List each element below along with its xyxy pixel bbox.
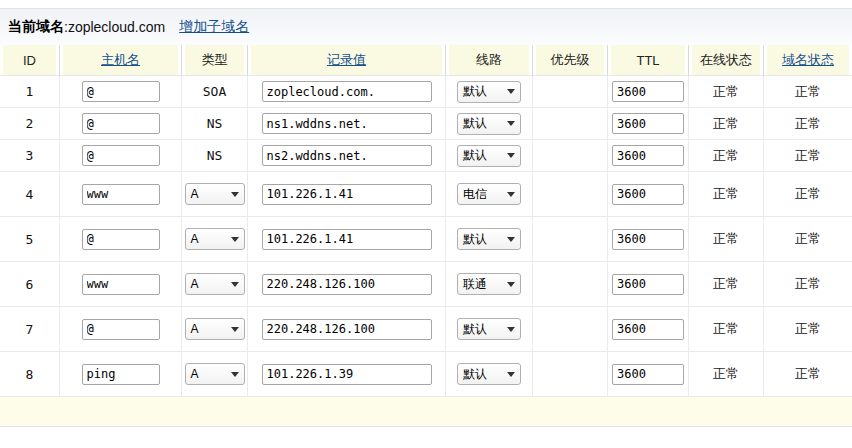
line-select-value: 电信 bbox=[463, 186, 487, 203]
table-row: 5 A 默认 正常 正常 bbox=[0, 217, 852, 262]
hostname-input[interactable] bbox=[82, 229, 160, 250]
priority-cell bbox=[533, 262, 608, 307]
current-domain-bar: 当前域名:zoplecloud.com 增加子域名 bbox=[0, 8, 852, 45]
domain-status: 正常 bbox=[764, 172, 852, 217]
type-select-value: A bbox=[191, 367, 199, 381]
domain-status: 正常 bbox=[764, 352, 852, 397]
type-select[interactable]: A bbox=[185, 183, 245, 205]
line-select[interactable]: 默认 bbox=[457, 145, 521, 167]
record-type: NS bbox=[182, 140, 248, 172]
hostname-input[interactable] bbox=[82, 145, 160, 166]
hostname-input[interactable] bbox=[82, 364, 160, 385]
line-select[interactable]: 默认 bbox=[457, 113, 521, 135]
domain-status: 正常 bbox=[764, 76, 852, 108]
chevron-down-icon bbox=[507, 153, 515, 158]
column-header-hostname[interactable]: 主机名 bbox=[101, 52, 140, 67]
chevron-down-icon bbox=[231, 372, 239, 377]
hostname-input[interactable] bbox=[82, 184, 160, 205]
ttl-input[interactable] bbox=[612, 81, 684, 102]
domain-status: 正常 bbox=[764, 262, 852, 307]
chevron-down-icon bbox=[231, 327, 239, 332]
chevron-down-icon bbox=[507, 282, 515, 287]
record-value-input[interactable] bbox=[262, 145, 432, 166]
online-status: 正常 bbox=[689, 307, 764, 352]
line-select-value: 默认 bbox=[463, 115, 487, 132]
hostname-input[interactable] bbox=[82, 319, 160, 340]
line-select-value: 联通 bbox=[463, 276, 487, 293]
record-value-input[interactable] bbox=[262, 81, 432, 102]
record-value-input[interactable] bbox=[262, 274, 432, 295]
record-id: 5 bbox=[0, 217, 60, 262]
record-value-input[interactable] bbox=[262, 319, 432, 340]
add-subdomain-link[interactable]: 增加子域名 bbox=[179, 18, 249, 36]
line-select[interactable]: 联通 bbox=[457, 273, 521, 295]
table-row: 8 A 默认 正常 正常 bbox=[0, 352, 852, 397]
table-footer-bar bbox=[0, 397, 852, 427]
domain-status: 正常 bbox=[764, 307, 852, 352]
priority-cell bbox=[533, 108, 608, 140]
hostname-input[interactable] bbox=[82, 113, 160, 134]
record-id: 1 bbox=[0, 76, 60, 108]
line-select[interactable]: 默认 bbox=[457, 228, 521, 250]
type-select-value: A bbox=[191, 277, 199, 291]
column-header-id: ID bbox=[0, 45, 60, 76]
online-status: 正常 bbox=[689, 108, 764, 140]
priority-cell bbox=[533, 307, 608, 352]
type-select[interactable]: A bbox=[185, 363, 245, 385]
hostname-input[interactable] bbox=[82, 81, 160, 102]
ttl-input[interactable] bbox=[612, 113, 684, 134]
ttl-input[interactable] bbox=[612, 184, 684, 205]
hostname-input[interactable] bbox=[82, 274, 160, 295]
domain-status: 正常 bbox=[764, 108, 852, 140]
record-id: 4 bbox=[0, 172, 60, 217]
ttl-input[interactable] bbox=[612, 364, 684, 385]
priority-cell bbox=[533, 76, 608, 108]
column-header-online-status: 在线状态 bbox=[689, 45, 764, 76]
record-value-input[interactable] bbox=[262, 229, 432, 250]
ttl-input[interactable] bbox=[612, 319, 684, 340]
column-header-priority: 优先级 bbox=[533, 45, 608, 76]
chevron-down-icon bbox=[231, 237, 239, 242]
table-header-row: ID 主机名 类型 记录值 线路 优先级 TTL 在线状态 域名状态 bbox=[0, 45, 852, 76]
dns-records-table: ID 主机名 类型 记录值 线路 优先级 TTL 在线状态 域名状态 1 SOA… bbox=[0, 45, 852, 397]
type-select[interactable]: A bbox=[185, 228, 245, 250]
ttl-input[interactable] bbox=[612, 145, 684, 166]
column-header-record-value[interactable]: 记录值 bbox=[327, 52, 366, 67]
type-select[interactable]: A bbox=[185, 273, 245, 295]
record-value-input[interactable] bbox=[262, 364, 432, 385]
column-header-domain-status[interactable]: 域名状态 bbox=[782, 52, 834, 67]
table-row: 1 SOA 默认 正常 正常 bbox=[0, 76, 852, 108]
line-select[interactable]: 默认 bbox=[457, 363, 521, 385]
type-select-value: A bbox=[191, 322, 199, 336]
record-id: 3 bbox=[0, 140, 60, 172]
chevron-down-icon bbox=[231, 192, 239, 197]
online-status: 正常 bbox=[689, 172, 764, 217]
line-select[interactable]: 默认 bbox=[457, 81, 521, 103]
chevron-down-icon bbox=[231, 282, 239, 287]
record-value-input[interactable] bbox=[262, 184, 432, 205]
domain-status: 正常 bbox=[764, 140, 852, 172]
line-select-value: 默认 bbox=[463, 147, 487, 164]
record-type: SOA bbox=[182, 76, 248, 108]
online-status: 正常 bbox=[689, 217, 764, 262]
ttl-input[interactable] bbox=[612, 229, 684, 250]
online-status: 正常 bbox=[689, 262, 764, 307]
table-row: 2 NS 默认 正常 正常 bbox=[0, 108, 852, 140]
ttl-input[interactable] bbox=[612, 274, 684, 295]
line-select-value: 默认 bbox=[463, 231, 487, 248]
chevron-down-icon bbox=[507, 121, 515, 126]
chevron-down-icon bbox=[507, 372, 515, 377]
line-select[interactable]: 电信 bbox=[457, 183, 521, 205]
chevron-down-icon bbox=[507, 237, 515, 242]
current-domain-value: :zoplecloud.com bbox=[64, 19, 165, 35]
type-select-value: A bbox=[191, 232, 199, 246]
online-status: 正常 bbox=[689, 76, 764, 108]
record-id: 2 bbox=[0, 108, 60, 140]
line-select[interactable]: 默认 bbox=[457, 318, 521, 340]
domain-status: 正常 bbox=[764, 217, 852, 262]
record-id: 6 bbox=[0, 262, 60, 307]
record-value-input[interactable] bbox=[262, 113, 432, 134]
type-select[interactable]: A bbox=[185, 318, 245, 340]
line-select-value: 默认 bbox=[463, 83, 487, 100]
record-id: 8 bbox=[0, 352, 60, 397]
